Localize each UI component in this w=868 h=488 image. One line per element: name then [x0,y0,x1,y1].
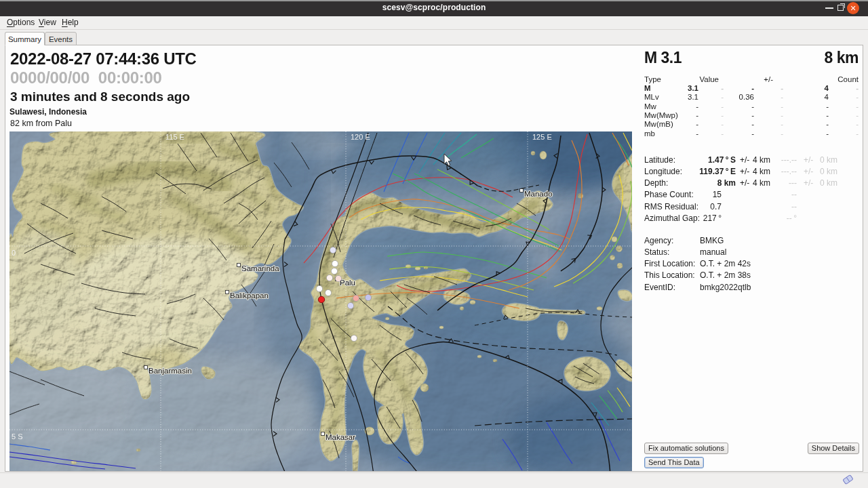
svg-text:Balikpapan: Balikpapan [230,291,269,300]
svg-text:5 S: 5 S [12,432,23,441]
svg-text:Banjarmasin: Banjarmasin [149,367,192,375]
svg-text:Makasar: Makasar [326,433,355,441]
